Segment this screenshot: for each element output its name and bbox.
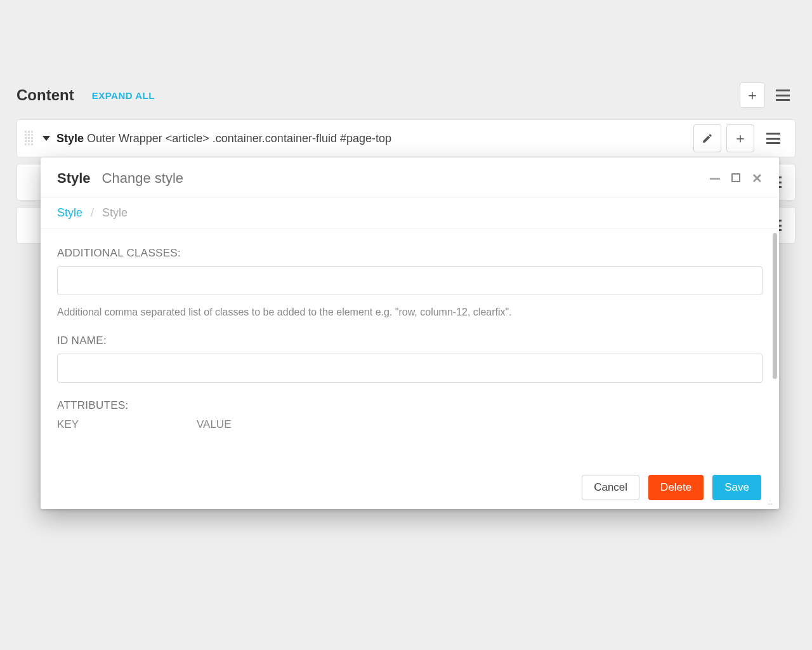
delete-button[interactable]: Delete <box>648 475 704 500</box>
edit-block-button[interactable] <box>693 124 721 152</box>
dialog-header: Style Change style ✕ <box>41 157 779 197</box>
maximize-button[interactable] <box>731 171 740 186</box>
breadcrumb-separator: / <box>91 206 94 219</box>
dialog-title: Style <box>57 170 91 187</box>
style-block-row: Style Outer Wrapper <article> .container… <box>16 119 796 157</box>
collapse-toggle-icon[interactable] <box>43 136 50 141</box>
close-button[interactable]: ✕ <box>752 171 763 186</box>
minimize-icon <box>710 178 720 180</box>
block-title: Style Outer Wrapper <article> .container… <box>56 132 391 145</box>
maximize-icon <box>731 173 740 182</box>
block-descriptor: Outer Wrapper <article> .container.conta… <box>87 132 391 145</box>
page-header: Content EXPAND ALL ＋ <box>16 83 796 108</box>
breadcrumb: Style / Style <box>41 197 779 229</box>
style-dialog: Style Change style ✕ Style / Style ADDIT… <box>41 157 779 509</box>
id-name-input[interactable] <box>57 354 763 383</box>
expand-all-link[interactable]: EXPAND ALL <box>92 90 155 101</box>
resize-grip-icon[interactable] <box>768 498 776 507</box>
cancel-button[interactable]: Cancel <box>582 475 639 500</box>
add-child-button[interactable]: ＋ <box>726 124 754 152</box>
attributes-key-header: KEY <box>57 418 171 431</box>
dialog-subtitle: Change style <box>102 170 183 187</box>
block-menu-button[interactable] <box>759 124 787 152</box>
additional-classes-help: Additional comma separated list of class… <box>57 307 763 318</box>
additional-classes-input[interactable] <box>57 266 763 295</box>
plus-icon: ＋ <box>745 88 759 102</box>
drag-handle-icon[interactable] <box>25 131 34 146</box>
scrollbar-thumb[interactable] <box>773 233 777 379</box>
save-button[interactable]: Save <box>712 475 761 500</box>
add-block-button[interactable]: ＋ <box>740 83 765 108</box>
attributes-value-header: VALUE <box>197 418 232 431</box>
close-icon: ✕ <box>752 171 763 185</box>
id-name-label: ID NAME: <box>57 335 763 347</box>
hamburger-icon <box>766 133 780 144</box>
attributes-label: ATTRIBUTES: <box>57 399 763 412</box>
content-title: Content <box>16 86 74 104</box>
breadcrumb-current: Style <box>102 206 128 219</box>
block-name: Style <box>56 132 84 145</box>
plus-icon: ＋ <box>733 131 747 145</box>
hamburger-icon <box>776 90 790 101</box>
dialog-footer: Cancel Delete Save <box>41 466 779 509</box>
dialog-body: ADDITIONAL CLASSES: Additional comma sep… <box>41 229 779 466</box>
pencil-icon <box>702 133 713 144</box>
breadcrumb-root[interactable]: Style <box>57 206 82 219</box>
additional-classes-label: ADDITIONAL CLASSES: <box>57 247 763 260</box>
minimize-button[interactable] <box>710 171 720 186</box>
page-menu-button[interactable] <box>770 83 796 108</box>
